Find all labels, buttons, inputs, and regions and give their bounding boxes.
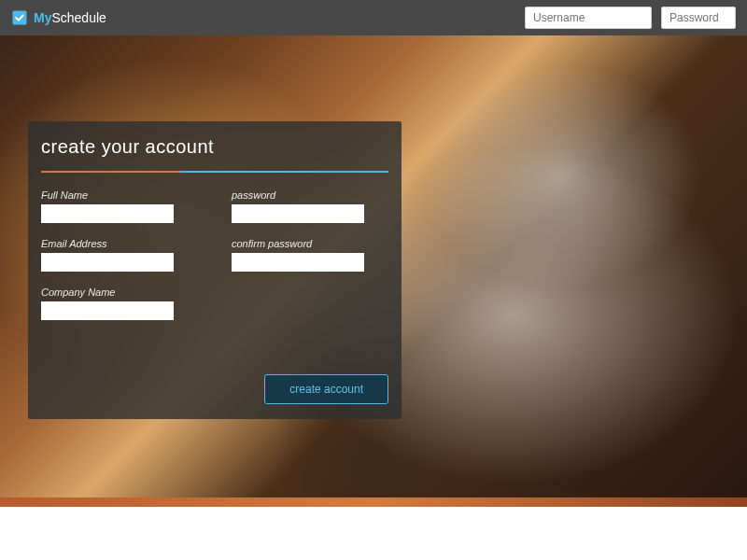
- fullname-label: Full Name: [41, 189, 198, 201]
- password-input[interactable]: [661, 7, 736, 29]
- confirmpassword-input[interactable]: [232, 253, 364, 272]
- signup-card: create your account Full Name Email Addr…: [28, 121, 402, 419]
- username-input[interactable]: [525, 7, 652, 29]
- check-icon: [11, 9, 28, 26]
- company-label: Company Name: [41, 287, 198, 298]
- fullname-input[interactable]: [41, 204, 174, 223]
- login-inline-form: [525, 7, 736, 29]
- topbar: MySchedule: [0, 0, 747, 35]
- brand-logo[interactable]: MySchedule: [11, 9, 106, 26]
- svg-rect-0: [13, 11, 27, 25]
- accent-stripe: [0, 497, 747, 507]
- title-divider: [41, 171, 388, 173]
- email-label: Email Address: [41, 238, 198, 249]
- signup-form: Full Name Email Address Company Name pas…: [41, 189, 388, 335]
- confirmpassword-label: confirm password: [232, 238, 388, 249]
- brand-text: MySchedule: [34, 10, 106, 25]
- card-title: create your account: [41, 136, 388, 158]
- below-fold: [0, 507, 747, 560]
- newpassword-input[interactable]: [232, 204, 364, 223]
- company-input[interactable]: [41, 301, 174, 320]
- newpassword-label: password: [232, 189, 388, 201]
- email-input[interactable]: [41, 253, 174, 272]
- create-account-button[interactable]: create account: [264, 374, 388, 404]
